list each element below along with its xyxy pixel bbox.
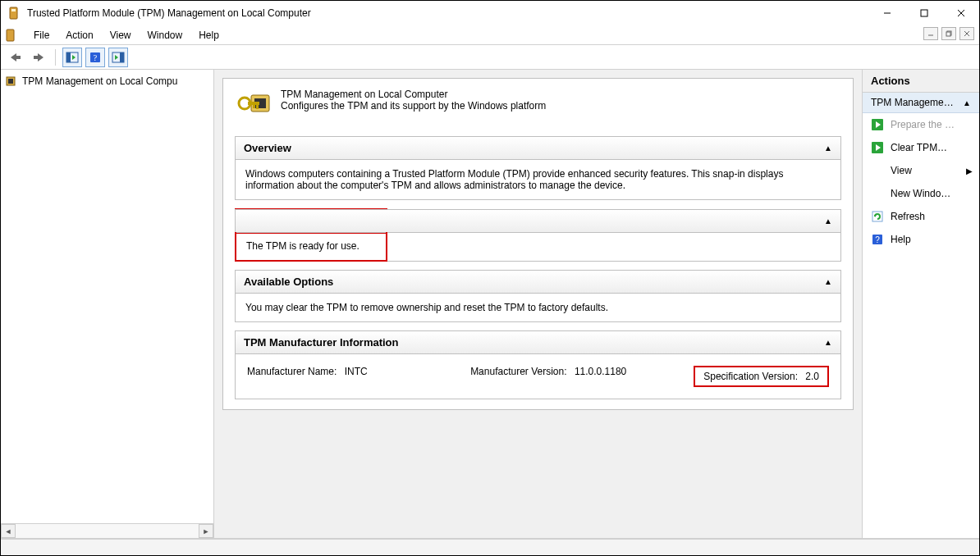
svg-text:?: ? bbox=[94, 53, 98, 62]
actions-group-label: TPM Manageme… bbox=[871, 97, 954, 108]
mmc-window: Trusted Platform Module (TPM) Management… bbox=[0, 0, 980, 556]
submenu-arrow-icon: ▶ bbox=[966, 166, 973, 175]
mdi-restore-button[interactable] bbox=[941, 27, 956, 40]
mfg-name-value: INTC bbox=[345, 366, 368, 377]
maximize-button[interactable] bbox=[905, 1, 942, 25]
arrow-right-icon bbox=[871, 118, 884, 131]
action-view[interactable]: View ▶ bbox=[863, 159, 979, 182]
tpm-chip-icon bbox=[4, 75, 17, 88]
mdi-minimize-button[interactable] bbox=[923, 27, 938, 40]
horizontal-scrollbar[interactable]: ◄ ► bbox=[1, 523, 213, 538]
key-chip-icon bbox=[235, 89, 274, 125]
svg-marker-12 bbox=[11, 53, 16, 62]
mfg-spec-cell: Specification Version: 2.0 bbox=[694, 366, 829, 387]
mfg-name-cell: Manufacturer Name: INTC bbox=[247, 366, 470, 387]
window-title: Trusted Platform Module (TPM) Management… bbox=[27, 7, 868, 19]
toolbar: ? bbox=[1, 45, 979, 70]
svg-rect-29 bbox=[248, 102, 259, 105]
show-hide-action-pane-button[interactable] bbox=[108, 48, 128, 67]
svg-text:?: ? bbox=[875, 235, 880, 244]
tree-pane: TPM Management on Local Compu ◄ ► bbox=[1, 70, 214, 538]
scroll-right-button[interactable]: ► bbox=[199, 524, 213, 538]
section-header-status-bg: x ▲ bbox=[235, 209, 841, 233]
actions-group-header[interactable]: TPM Manageme… ▲ bbox=[863, 93, 979, 113]
action-clear-tpm[interactable]: Clear TPM… bbox=[863, 136, 979, 159]
action-label: Help bbox=[891, 234, 911, 245]
tree-node-label: TPM Management on Local Compu bbox=[22, 75, 177, 87]
section-header-overview[interactable]: Overview ▲ bbox=[235, 136, 841, 160]
section-header-options[interactable]: Available Options ▲ bbox=[235, 270, 841, 294]
svg-marker-23 bbox=[115, 55, 118, 60]
action-new-window[interactable]: New Windo… bbox=[863, 182, 979, 205]
action-label: View bbox=[891, 165, 912, 176]
show-hide-tree-button[interactable] bbox=[62, 48, 82, 67]
mfg-name-label: Manufacturer Name: bbox=[247, 366, 337, 377]
svg-rect-30 bbox=[256, 105, 259, 109]
collapse-icon: ▲ bbox=[824, 277, 832, 286]
results-pane: TPM Management on Local Computer Configu… bbox=[214, 70, 863, 538]
app-icon bbox=[7, 7, 21, 20]
back-button[interactable] bbox=[6, 48, 25, 67]
mfg-spec-label: Specification Version: bbox=[703, 371, 798, 382]
tree-node-tpm-management[interactable]: TPM Management on Local Compu bbox=[4, 75, 210, 88]
collapse-icon: ▲ bbox=[824, 338, 832, 347]
svg-marker-18 bbox=[72, 55, 76, 60]
overview-text: Windows computers containing a Trusted P… bbox=[235, 160, 841, 200]
close-button[interactable] bbox=[942, 1, 979, 25]
mdi-window-controls bbox=[923, 27, 974, 40]
mfg-version-value: 11.0.0.1180 bbox=[575, 366, 626, 377]
menu-action[interactable]: Action bbox=[57, 26, 101, 44]
menu-help[interactable]: Help bbox=[190, 26, 227, 44]
status-text-box: The TPM is ready for use. bbox=[235, 232, 387, 262]
help-button[interactable]: ? bbox=[85, 48, 105, 67]
mfg-version-label: Manufacturer Version: bbox=[470, 366, 566, 377]
scroll-track[interactable] bbox=[16, 524, 199, 538]
status-bar bbox=[1, 539, 979, 555]
section-overview: Overview ▲ Windows computers containing … bbox=[235, 136, 841, 200]
section-title: Overview bbox=[244, 142, 291, 154]
menu-view[interactable]: View bbox=[102, 26, 140, 44]
collapse-icon: ▲ bbox=[824, 144, 832, 153]
svg-rect-17 bbox=[66, 52, 71, 62]
console-tree[interactable]: TPM Management on Local Compu bbox=[1, 70, 213, 523]
menu-bar: File Action View Window Help bbox=[1, 25, 979, 45]
section-manufacturer: TPM Manufacturer Information ▲ Manufactu… bbox=[235, 330, 841, 399]
console-icon bbox=[4, 29, 17, 42]
section-status: Status x ▲ The TPM is ready for use. bbox=[235, 208, 841, 262]
mfg-info-body: Manufacturer Name: INTC Manufacturer Ver… bbox=[235, 354, 841, 399]
menu-file[interactable]: File bbox=[25, 26, 57, 44]
section-header-mfg[interactable]: TPM Manufacturer Information ▲ bbox=[235, 330, 841, 354]
svg-rect-31 bbox=[253, 105, 255, 108]
svg-marker-14 bbox=[38, 53, 44, 62]
console-card: TPM Management on Local Computer Configu… bbox=[222, 78, 854, 410]
scroll-left-button[interactable]: ◄ bbox=[1, 524, 16, 538]
action-help[interactable]: ? Help bbox=[863, 228, 979, 251]
svg-rect-22 bbox=[120, 52, 124, 62]
forward-button[interactable] bbox=[29, 48, 48, 67]
actions-pane-title: Actions bbox=[863, 70, 979, 93]
console-title: TPM Management on Local Computer bbox=[281, 89, 546, 100]
svg-rect-15 bbox=[34, 56, 39, 59]
toolbar-separator bbox=[55, 49, 56, 66]
action-prepare-tpm: Prepare the … bbox=[863, 113, 979, 136]
svg-rect-9 bbox=[946, 32, 950, 36]
svg-rect-1 bbox=[11, 9, 16, 11]
section-title: TPM Manufacturer Information bbox=[244, 336, 399, 349]
action-refresh[interactable]: Refresh bbox=[863, 205, 979, 228]
help-icon: ? bbox=[871, 233, 884, 246]
svg-rect-6 bbox=[7, 30, 14, 41]
arrow-right-icon bbox=[871, 141, 884, 154]
mfg-version-cell: Manufacturer Version: 11.0.0.1180 bbox=[470, 366, 694, 387]
options-text: You may clear the TPM to remove ownershi… bbox=[235, 294, 841, 322]
workspace: TPM Management on Local Compu ◄ ► bbox=[1, 70, 979, 539]
menu-window[interactable]: Window bbox=[140, 26, 191, 44]
action-label: New Windo… bbox=[891, 188, 950, 199]
svg-rect-36 bbox=[872, 212, 882, 221]
blank-icon bbox=[871, 164, 884, 177]
actions-pane: Actions TPM Manageme… ▲ Prepare the … Cl… bbox=[863, 70, 979, 538]
svg-rect-25 bbox=[8, 79, 13, 84]
minimize-button[interactable] bbox=[868, 1, 905, 25]
collapse-icon: ▲ bbox=[824, 216, 832, 226]
mdi-close-button[interactable] bbox=[959, 27, 974, 40]
svg-rect-13 bbox=[16, 56, 21, 59]
